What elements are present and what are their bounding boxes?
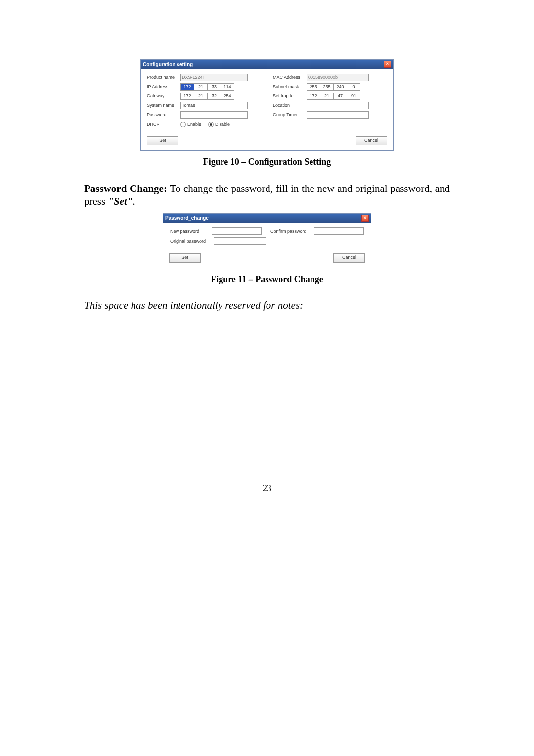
page-number: 23 [263,483,271,493]
group-timer-label: Group Timer [273,112,307,117]
dhcp-label: DHCP [147,122,180,127]
close-icon[interactable]: × [384,61,391,68]
confirm-password-label: Confirm password [270,229,314,234]
group-timer-field[interactable] [307,111,369,119]
set-trap-to-field[interactable]: 172 21 47 91 [307,93,360,100]
dhcp-radio-group: Enable Disable [180,122,230,127]
radio-icon [180,122,186,127]
gateway-label: Gateway [147,94,180,98]
set-trap-to-label: Set trap to [273,94,307,98]
dialog-title: Configuration setting [143,62,193,67]
radio-icon [208,122,214,127]
system-name-label: System name [147,103,180,108]
ip-address-label: IP Address [147,84,180,89]
subnet-mask-field[interactable]: 255 255 240 0 [307,83,360,91]
original-password-field[interactable] [214,237,266,245]
ip-address-field[interactable]: 172 21 33 114 [180,83,234,91]
close-icon[interactable]: × [361,215,369,222]
page-footer: 23 [84,481,450,494]
figure-11-caption: Figure 11 – Password Change [84,274,450,284]
subnet-mask-label: Subnet mask [273,84,307,89]
location-label: Location [273,103,307,108]
password-change-lead: Password Change: [84,183,167,194]
original-password-label: Original password [170,239,214,244]
confirm-password-field[interactable] [314,227,364,235]
password-label: Password [147,112,180,117]
config-setting-dialog: Configuration setting × Product name DXS… [140,59,394,151]
new-password-label: New password [170,229,212,234]
product-name-field: DXS-1224T [180,74,248,81]
mac-address-field: 0015e900000b [307,74,369,81]
dhcp-disable-radio[interactable]: Disable [208,122,230,127]
product-name-label: Product name [147,75,180,80]
gateway-field[interactable]: 172 21 32 254 [180,93,234,100]
new-password-field[interactable] [212,227,262,235]
mac-address-label: MAC Address [273,75,307,80]
password-change-dialog: Password_change × New password Confirm p… [163,213,371,268]
location-field[interactable] [307,102,369,109]
password-change-paragraph: Password Change: To change the password,… [84,182,450,208]
dhcp-enable-radio[interactable]: Enable [180,122,201,127]
dialog-titlebar: Configuration setting × [141,60,393,69]
dialog-title: Password_change [165,215,209,221]
notes-reserved-line: This space has been intentionally reserv… [84,299,450,312]
set-button[interactable]: Set [169,253,201,263]
system-name-field[interactable]: Tomas [180,102,248,109]
figure-10-caption: Figure 10 – Configuration Setting [84,157,450,167]
dialog-titlebar: Password_change × [163,214,371,223]
password-field[interactable] [180,111,248,119]
set-button[interactable]: Set [147,136,178,145]
cancel-button[interactable]: Cancel [333,253,365,263]
cancel-button[interactable]: Cancel [356,136,387,145]
